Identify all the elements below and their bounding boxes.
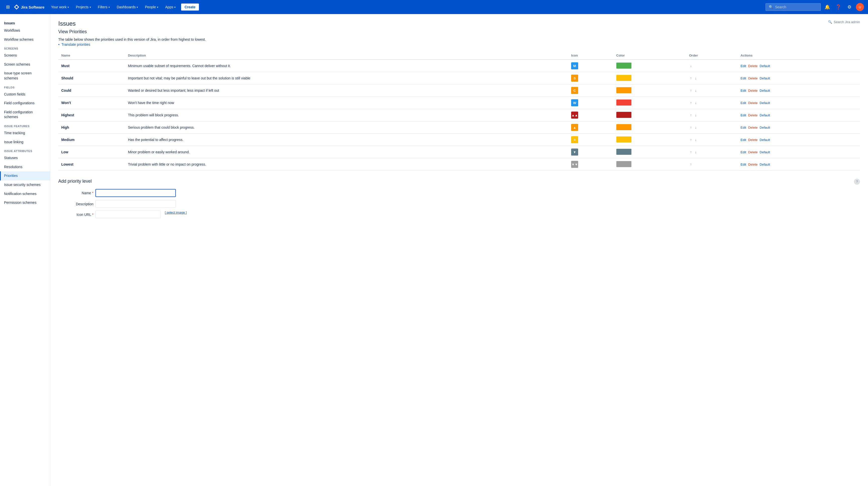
priority-icon: ▲ — [571, 124, 578, 131]
arrow-up-icon[interactable]: ↑ — [689, 150, 693, 155]
sidebar-item-time-tracking[interactable]: Time tracking — [0, 129, 50, 138]
sidebar-section-issue-features: ISSUE FEATURES — [0, 122, 50, 129]
search-input[interactable] — [775, 5, 817, 9]
translate-priorities-link[interactable]: Translate priorities — [62, 42, 90, 47]
settings-icon[interactable]: ⚙ — [845, 2, 854, 11]
add-priority-section: Add priority level ? Name * Description … — [58, 179, 860, 218]
icon-url-input[interactable] — [95, 211, 161, 218]
sidebar-item-issue-security-schemes[interactable]: Issue security schemes — [0, 180, 50, 189]
delete-link[interactable]: Delete — [748, 138, 758, 142]
search-jira-admin[interactable]: 🔍 Search Jira admin — [828, 20, 860, 24]
priority-order-cell: ↓ — [686, 60, 738, 72]
priority-name: Should — [61, 76, 73, 80]
chevron-down-icon: ▾ — [174, 6, 176, 8]
sidebar-item-priorities[interactable]: Priorities — [0, 172, 50, 180]
sidebar-item-issue-type-screen-schemes[interactable]: Issue type screen schemes — [0, 69, 50, 83]
edit-link[interactable]: Edit — [741, 101, 746, 105]
help-icon[interactable]: ❓ — [834, 2, 843, 11]
priority-name-cell: Won't — [58, 97, 125, 109]
arrow-down-icon[interactable]: ↓ — [694, 75, 698, 81]
arrow-down-icon[interactable]: ↓ — [694, 113, 698, 118]
edit-link[interactable]: Edit — [741, 162, 746, 166]
notification-icon[interactable]: 🔔 — [823, 2, 832, 11]
table-row: LowMinor problem or easily worked around… — [58, 146, 860, 158]
select-image-link[interactable]: [ select image ] — [165, 211, 187, 214]
priority-name-cell: High — [58, 121, 125, 134]
arrow-up-icon[interactable]: ↑ — [689, 125, 693, 130]
delete-link[interactable]: Delete — [748, 89, 758, 92]
edit-link[interactable]: Edit — [741, 138, 746, 142]
search-icon: 🔍 — [769, 5, 773, 9]
priority-color-cell — [613, 109, 686, 121]
arrow-down-icon[interactable]: ↓ — [694, 137, 698, 142]
color-swatch — [616, 136, 631, 143]
description-input[interactable] — [95, 200, 176, 208]
arrow-down-icon[interactable]: ↓ — [694, 100, 698, 105]
delete-link[interactable]: Delete — [748, 113, 758, 117]
arrow-up-icon[interactable]: ↑ — [689, 100, 693, 105]
help-circle-icon[interactable]: ? — [854, 179, 860, 185]
default-link[interactable]: Default — [760, 162, 770, 166]
priority-name-cell: Must — [58, 60, 125, 72]
sidebar-item-issue-linking[interactable]: Issue linking — [0, 138, 50, 147]
sidebar-item-field-configurations[interactable]: Field configurations — [0, 99, 50, 108]
edit-link[interactable]: Edit — [741, 64, 746, 68]
arrow-down-icon[interactable]: ↓ — [694, 88, 698, 93]
sidebar-item-workflows[interactable]: Workflows — [0, 26, 50, 35]
priority-order-cell: ↑↓ — [686, 85, 738, 97]
arrow-down-icon[interactable]: ↓ — [694, 125, 698, 130]
nav-your-work[interactable]: Your work ▾ — [49, 3, 71, 10]
delete-link[interactable]: Delete — [748, 64, 758, 68]
create-button[interactable]: Create — [181, 3, 199, 10]
delete-link[interactable]: Delete — [748, 162, 758, 166]
sidebar-item-notification-schemes[interactable]: Notification schemes — [0, 189, 50, 199]
default-link[interactable]: Default — [760, 150, 770, 154]
sidebar-item-custom-fields[interactable]: Custom fields — [0, 90, 50, 99]
name-input[interactable] — [95, 189, 176, 197]
delete-link[interactable]: Delete — [748, 77, 758, 80]
priority-icon: ▲▲ — [571, 112, 578, 119]
page-header: Issues 🔍 Search Jira admin — [58, 20, 860, 27]
sidebar-item-field-configuration-schemes[interactable]: Field configuration schemes — [0, 108, 50, 122]
nav-people[interactable]: People ▾ — [143, 3, 161, 10]
nav-apps[interactable]: Apps ▾ — [163, 3, 178, 10]
sidebar-item-screens[interactable]: Screens — [0, 51, 50, 60]
edit-link[interactable]: Edit — [741, 113, 746, 117]
default-link[interactable]: Default — [760, 138, 770, 142]
priority-icon-cell: ≡ — [568, 134, 613, 146]
search-bar[interactable]: 🔍 — [766, 3, 821, 11]
edit-link[interactable]: Edit — [741, 150, 746, 154]
sidebar-item-permission-schemes[interactable]: Permission schemes — [0, 198, 50, 207]
delete-link[interactable]: Delete — [748, 150, 758, 154]
color-swatch — [616, 75, 631, 81]
sidebar-item-screen-schemes[interactable]: Screen schemes — [0, 60, 50, 69]
arrow-down-icon[interactable]: ↓ — [694, 150, 698, 155]
edit-link[interactable]: Edit — [741, 89, 746, 92]
edit-link[interactable]: Edit — [741, 77, 746, 80]
arrow-up-icon[interactable]: ↑ — [689, 137, 693, 142]
nav-dashboards[interactable]: Dashboards ▾ — [114, 3, 141, 10]
delete-link[interactable]: Delete — [748, 101, 758, 105]
edit-link[interactable]: Edit — [741, 126, 746, 129]
nav-projects[interactable]: Projects ▾ — [73, 3, 93, 10]
sidebar-item-resolutions[interactable]: Resolutions — [0, 162, 50, 172]
grid-icon[interactable]: ⊞ — [4, 2, 12, 12]
delete-link[interactable]: Delete — [748, 126, 758, 129]
default-link[interactable]: Default — [760, 89, 770, 92]
sidebar-item-workflow-schemes[interactable]: Workflow schemes — [0, 35, 50, 44]
default-link[interactable]: Default — [760, 77, 770, 80]
default-link[interactable]: Default — [760, 64, 770, 68]
arrow-up-icon[interactable]: ↑ — [689, 88, 693, 93]
arrow-up-icon[interactable]: ↑ — [689, 113, 693, 118]
avatar[interactable]: U — [856, 3, 864, 11]
nav-filters[interactable]: Filters ▾ — [95, 3, 112, 10]
arrow-up-icon[interactable]: ↑ — [689, 162, 693, 167]
arrow-down-icon[interactable]: ↓ — [689, 63, 693, 68]
default-link[interactable]: Default — [760, 113, 770, 117]
sidebar-item-statuses[interactable]: Statuses — [0, 154, 50, 162]
priority-order-cell: ↑↓ — [686, 146, 738, 158]
default-link[interactable]: Default — [760, 101, 770, 105]
arrow-up-icon[interactable]: ↑ — [689, 75, 693, 81]
logo[interactable]: Jira Software — [14, 4, 44, 10]
default-link[interactable]: Default — [760, 126, 770, 129]
